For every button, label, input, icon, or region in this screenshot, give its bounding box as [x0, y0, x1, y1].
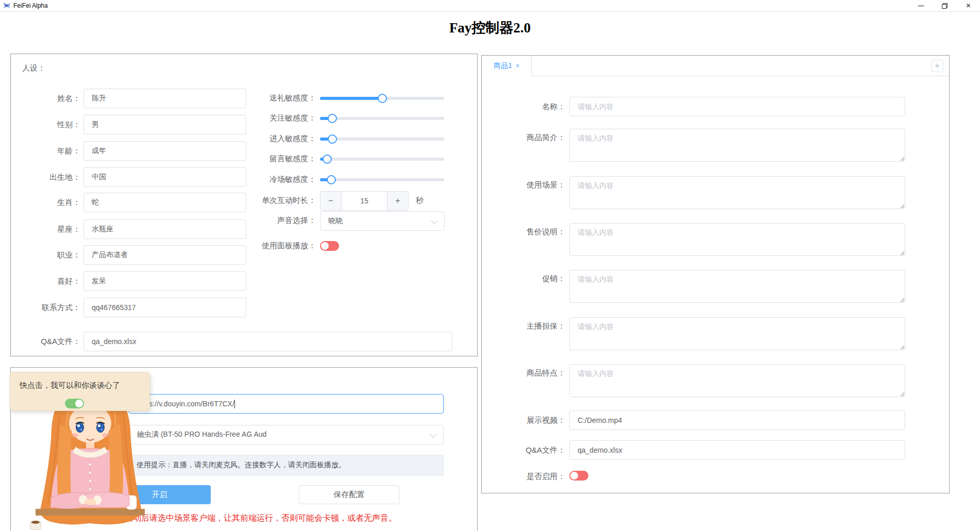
job-input[interactable] [83, 245, 246, 265]
product-name-input[interactable] [569, 97, 905, 116]
gift-sensitivity-label: 送礼敏感度： [238, 93, 316, 103]
app-window: FeiFei Alpha — ✕ Fay控制器2.0 人设： 姓名： 性别： 年… [0, 0, 980, 531]
zodiac-input[interactable] [83, 193, 246, 212]
window-title: FeiFei Alpha [13, 2, 48, 9]
close-button[interactable]: ✕ [957, 0, 980, 11]
avatar-eye-left [76, 423, 84, 433]
panel-play-label: 使用面板播放： [238, 241, 316, 251]
toggle-knob [570, 472, 578, 479]
constellation-label: 星座： [11, 225, 80, 234]
product-intro-textarea[interactable] [569, 129, 905, 162]
hobby-label: 喜好： [11, 277, 80, 286]
contact-label: 联系方式： [11, 303, 80, 313]
enable-label: 是否启用： [492, 472, 565, 482]
gift-sensitivity-slider[interactable] [320, 97, 444, 100]
gender-label: 性别： [11, 120, 80, 130]
slider-handle[interactable] [328, 134, 337, 144]
restore-icon [942, 3, 948, 9]
birthplace-input[interactable] [83, 167, 246, 187]
increase-button[interactable]: + [387, 192, 408, 210]
tab-close-icon[interactable]: × [516, 62, 519, 70]
qa-file-input[interactable] [83, 332, 452, 351]
microphone-select[interactable]: 鑰虫满 (BT-50 PRO Hands-Free AG Aud [129, 425, 444, 444]
price-note-label: 售价说明： [492, 227, 565, 237]
products-panel: 商品1 × + 名称： 商品简介： 使用场景： 售价说明： 促销： 主播担保： … [481, 55, 950, 493]
close-icon: ✕ [966, 2, 971, 9]
voice-value: 晓晓 [328, 216, 343, 226]
idle-sensitivity-slider[interactable] [320, 178, 444, 181]
add-product-tab-button[interactable]: + [931, 60, 943, 72]
duration-value[interactable]: 15 [342, 192, 387, 210]
persona-section-label: 人设： [22, 63, 45, 73]
comment-sensitivity-label: 留言敏感度： [238, 154, 316, 164]
product-intro-label: 商品简介： [492, 133, 565, 143]
duration-stepper: − 15 + [320, 191, 409, 211]
speech-bubble-text: 快点击，我可以和你谈谈心了 [20, 381, 120, 389]
host-guarantee-textarea[interactable] [569, 317, 905, 350]
birthplace-label: 出生地： [11, 173, 80, 182]
duration-unit: 秒 [416, 196, 431, 205]
duration-label: 单次互动时长： [238, 196, 316, 205]
follow-sensitivity-slider[interactable] [320, 117, 444, 120]
butterfly-logo-icon [3, 2, 11, 9]
host-guarantee-label: 主播担保： [492, 321, 565, 331]
idle-sensitivity-label: 冷场敏感度： [238, 175, 316, 184]
voice-label: 声音选择： [238, 216, 316, 226]
enable-toggle[interactable] [569, 471, 588, 481]
promotion-textarea[interactable] [569, 270, 905, 303]
chevron-down-icon [431, 217, 437, 224]
product-qa-file-input[interactable] [569, 440, 905, 460]
promotion-label: 促销： [492, 274, 565, 284]
minimize-icon: — [918, 2, 924, 9]
panel-play-toggle[interactable] [320, 241, 339, 251]
use-scene-label: 使用场景： [492, 180, 565, 190]
hobby-input[interactable] [83, 271, 246, 291]
message-text: 使用提示：直播，请关闭麦克风。连接数字人，请关闭面板播放。 [137, 460, 346, 470]
slider-handle[interactable] [378, 94, 387, 103]
price-note-textarea[interactable] [569, 223, 905, 256]
douyin-toggle[interactable] [65, 399, 84, 408]
title-bar: FeiFei Alpha — ✕ [0, 0, 980, 12]
product-qa-file-label: Q&A文件： [492, 446, 565, 455]
slider-handle[interactable] [327, 175, 336, 184]
product-feature-textarea[interactable] [569, 364, 905, 397]
enter-sensitivity-label: 进入敏感度： [238, 134, 316, 144]
follow-sensitivity-label: 关注敏感度： [238, 113, 316, 123]
comment-sensitivity-slider[interactable] [320, 158, 444, 161]
text-caret [234, 400, 235, 408]
restore-button[interactable] [933, 0, 956, 11]
avatar-eye-right [97, 423, 105, 433]
chevron-down-icon [430, 431, 436, 438]
tab-product-1[interactable]: 商品1 × [482, 56, 532, 76]
voice-select[interactable]: 晓晓 [320, 211, 445, 231]
toggle-knob [75, 400, 83, 407]
douyin-url-input[interactable]: https://v.douyin.com/Br6T7CX/ [129, 394, 444, 414]
save-config-button[interactable]: 保存配置 [299, 485, 399, 504]
page-title: Fay控制器2.0 [0, 19, 980, 37]
message-box: 使用提示：直播，请关闭麦克风。连接数字人，请关闭面板播放。 [129, 455, 444, 475]
plus-icon: + [935, 61, 939, 71]
persona-panel: 人设： 姓名： 性别： 年龄： 出生地： 生肖： 星座： 职业： 喜好： 联系方… [10, 54, 478, 356]
use-scene-textarea[interactable] [569, 176, 905, 209]
desk [36, 509, 145, 516]
name-input[interactable] [83, 89, 246, 108]
product-feature-label: 商品特点： [492, 368, 565, 378]
demo-video-label: 展示视频： [492, 416, 565, 425]
microphone-value: 鑰虫满 (BT-50 PRO Hands-Free AG Aud [137, 430, 266, 439]
job-label: 职业： [11, 250, 80, 260]
slider-handle[interactable] [328, 114, 337, 123]
constellation-input[interactable] [83, 219, 246, 239]
age-label: 年龄： [11, 146, 80, 156]
qa-file-label: Q&A文件： [11, 337, 80, 347]
slider-handle[interactable] [323, 155, 332, 164]
demo-video-input[interactable] [569, 410, 905, 430]
decrease-button[interactable]: − [320, 192, 342, 210]
contact-input[interactable] [83, 298, 246, 317]
minimize-button[interactable]: — [909, 0, 933, 11]
toggle-knob [321, 242, 329, 250]
zodiac-label: 生肖： [11, 198, 80, 208]
name-label: 姓名： [11, 94, 80, 104]
age-input[interactable] [83, 141, 246, 161]
gender-input[interactable] [83, 115, 246, 134]
enter-sensitivity-slider[interactable] [320, 138, 444, 141]
